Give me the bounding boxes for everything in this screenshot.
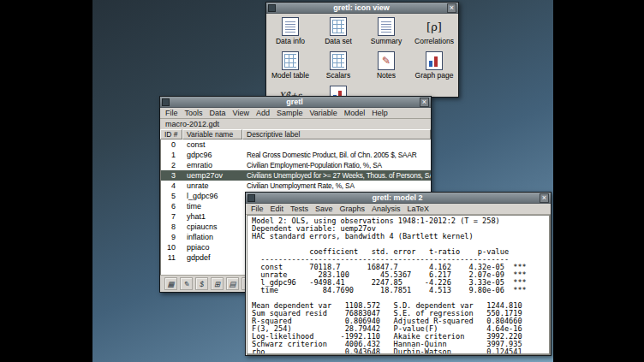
session-item-model-table[interactable]: Model table <box>266 50 314 84</box>
menu-tools[interactable]: Tools <box>182 108 206 119</box>
icon-label: Scalars <box>326 71 350 80</box>
model-window: gretl: model 2 × FileEditTestsSaveGraphs… <box>245 192 552 356</box>
model-menubar: FileEditTestsSaveGraphsAnalysisLaTeX <box>246 204 551 215</box>
icon-label: Data set <box>325 37 352 45</box>
cell-id: 10 <box>161 242 183 252</box>
session-item-model-formula-icon[interactable]: Xβ̂+ε <box>266 84 314 97</box>
cell-variable-name: const <box>183 139 243 150</box>
icon-view-title: gretl: icon view <box>278 3 444 14</box>
window-menu-icon[interactable] <box>268 4 276 12</box>
menu-help[interactable]: Help <box>368 108 391 119</box>
window-menu-icon[interactable] <box>162 98 170 106</box>
column-header-c-name[interactable]: Variable name <box>182 129 242 139</box>
cell-id: 6 <box>161 201 183 211</box>
data-set-icon <box>330 17 347 36</box>
main-menubar: FileToolsDataViewAddSampleVariableModelH… <box>160 108 431 119</box>
cell-variable-name: gdpdef <box>183 252 243 263</box>
session-item-notes[interactable]: ✎Notes <box>362 50 410 84</box>
session-icon-view-icon[interactable]: ⊞ <box>211 277 224 290</box>
menu-latex[interactable]: LaTeX <box>404 204 433 215</box>
cell-id: 1 <box>161 150 183 160</box>
menu-file[interactable]: File <box>162 108 182 119</box>
icon-label: Graph page <box>415 71 454 80</box>
main-titlebar[interactable]: gretl × <box>160 97 431 108</box>
session-item-graph-page[interactable]: Graph page <box>410 50 458 84</box>
cell-variable-name: inflation <box>183 232 243 242</box>
main-title: gretl <box>172 97 417 108</box>
session-item-scalars[interactable]: Scalars <box>314 50 362 84</box>
session-item-summary[interactable]: Summary <box>362 15 410 50</box>
menu-data[interactable]: Data <box>206 108 230 119</box>
menu-sample[interactable]: Sample <box>273 108 307 119</box>
screen: gretl: icon view × Data infoData setSumm… <box>0 0 644 362</box>
close-icon[interactable]: × <box>420 98 429 107</box>
cell-id: 4 <box>161 181 183 191</box>
cell-variable-name: emratio <box>183 160 243 170</box>
cell-descriptive-label: Civilians Unemployed for >= 27 Weeks, Th… <box>243 170 431 181</box>
icon-label: Model table <box>271 71 309 80</box>
menu-analysis[interactable]: Analysis <box>368 204 404 215</box>
cell-id: 5 <box>161 191 183 201</box>
cell-variable-name: cpiaucns <box>183 222 243 232</box>
icon-view-window: gretl: icon view × Data infoData setSumm… <box>265 2 459 98</box>
model-output: Model 2: OLS, using observations 1948:1-… <box>247 216 549 354</box>
cell-variable-name: unrate <box>183 181 243 191</box>
menu-variable[interactable]: Variable <box>306 108 340 119</box>
cell-variable-name: yhat1 <box>183 211 243 222</box>
cell-id: 9 <box>161 232 183 242</box>
menu-save[interactable]: Save <box>312 204 337 215</box>
graph-page-icon <box>426 51 443 70</box>
table-header: ID #Variable nameDescriptive label <box>160 129 431 139</box>
cell-id: 3 <box>161 170 183 181</box>
cell-variable-name: l_gdpc96 <box>183 191 243 201</box>
cell-descriptive-label: Civilian Unemployment Rate, %, SA <box>243 181 431 191</box>
column-header-c-label[interactable]: Descriptive label <box>242 129 431 139</box>
icon-label: Notes <box>377 71 396 80</box>
window-list-icon[interactable]: ▤ <box>226 277 239 290</box>
menu-graphs[interactable]: Graphs <box>337 204 369 215</box>
model-titlebar[interactable]: gretl: model 2 × <box>246 193 551 204</box>
cell-variable-name: time <box>183 201 243 211</box>
session-item-correlations[interactable]: [ρ]Correlations <box>410 15 458 50</box>
calculator-icon[interactable]: ▦ <box>164 277 177 290</box>
data-info-icon <box>282 17 299 36</box>
session-item-data-info[interactable]: Data info <box>266 15 314 50</box>
model-output-panel: Model 2: OLS, using observations 1948:1-… <box>247 215 550 354</box>
menu-model[interactable]: Model <box>341 108 369 119</box>
new-script-icon[interactable]: ✎ <box>180 277 193 290</box>
dataset-name: macro-2012.gdt <box>160 119 431 129</box>
menu-edit[interactable]: Edit <box>267 204 288 215</box>
cell-id: 7 <box>161 211 183 222</box>
cell-id: 11 <box>161 252 183 263</box>
variable-row-emratio[interactable]: 2emratioCivilian Employment-Population R… <box>161 160 431 170</box>
close-icon[interactable]: × <box>447 3 456 13</box>
cell-descriptive-label <box>243 139 431 150</box>
cell-variable-name: ppiaco <box>183 242 243 252</box>
correlations-icon: [ρ] <box>426 17 443 36</box>
cell-descriptive-label: Civilian Employment-Population Ratio, %,… <box>243 160 431 170</box>
console-icon[interactable]: $ <box>195 277 208 290</box>
session-item-data-set[interactable]: Data set <box>314 15 362 50</box>
menu-file[interactable]: File <box>247 204 267 215</box>
column-header-c-id[interactable]: ID # <box>160 129 182 139</box>
menu-add[interactable]: Add <box>253 108 273 119</box>
variable-row-const[interactable]: 0const <box>161 139 431 150</box>
notes-icon: ✎ <box>378 51 395 70</box>
icon-label: Summary <box>371 37 402 45</box>
cell-variable-name: uemp27ov <box>183 170 243 181</box>
model-title: gretl: model 2 <box>258 193 537 204</box>
menu-view[interactable]: View <box>230 108 253 119</box>
variable-row-unrate[interactable]: 4unrateCivilian Unemployment Rate, %, SA <box>161 181 431 191</box>
variable-row-uemp27ov[interactable]: 3uemp27ovCivilians Unemployed for >= 27 … <box>161 170 431 181</box>
close-icon[interactable]: × <box>540 193 549 203</box>
summary-icon <box>378 17 395 36</box>
icon-label: Data info <box>276 37 305 45</box>
window-menu-icon[interactable] <box>247 194 255 202</box>
icon-view-titlebar[interactable]: gretl: icon view × <box>266 3 458 14</box>
variable-row-gdpc96[interactable]: 1gdpc96Real Gross Domestic Product, Bil.… <box>161 150 431 160</box>
scalars-icon <box>330 51 347 70</box>
menu-tests[interactable]: Tests <box>287 204 312 215</box>
cell-id: 0 <box>161 139 183 150</box>
cell-id: 8 <box>161 222 183 232</box>
session-item-plot-icon[interactable] <box>314 84 362 97</box>
